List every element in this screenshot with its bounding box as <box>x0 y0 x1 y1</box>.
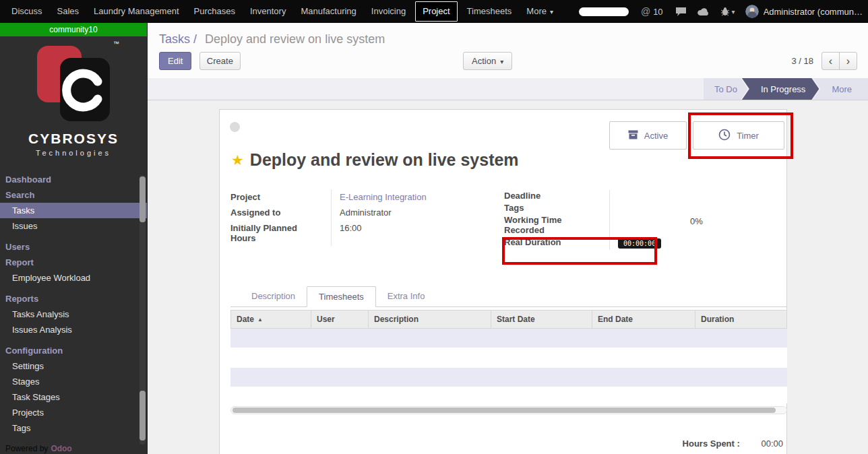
sidebar-scrollbar-thumb[interactable] <box>140 391 146 441</box>
favorite-star-icon[interactable] <box>231 152 244 168</box>
sidebar-item-settings[interactable]: Settings <box>0 358 147 374</box>
sidebar-item-users[interactable]: Users <box>0 239 147 255</box>
table-row[interactable] <box>230 387 787 403</box>
task-image-placeholder[interactable] <box>230 122 240 132</box>
pager-counter: 3 / 18 <box>791 56 813 66</box>
column-description[interactable]: Description <box>369 311 491 328</box>
tab-description[interactable]: Description <box>240 286 307 306</box>
horizontal-scrollbar-track[interactable] <box>230 406 787 414</box>
sidebar-item-issues-analysis[interactable]: Issues Analysis <box>0 322 147 337</box>
action-label: Action <box>472 56 496 66</box>
working-time-recorded-label: Working Time Recorded <box>504 214 609 236</box>
breadcrumb-current: Deploy and review on live system <box>205 32 385 46</box>
notebook-tabs: Description Timesheets Extra Info <box>230 286 787 307</box>
database-banner: community10 <box>0 23 147 36</box>
bug-menu-icon[interactable] <box>720 7 735 16</box>
tab-timesheets[interactable]: Timesheets <box>307 286 376 307</box>
pager-next-button[interactable] <box>839 52 857 70</box>
planned-hours-value: 16:00 <box>331 220 500 246</box>
stage-steps: To Do In Progress More <box>704 78 868 100</box>
sidebar-item-reports[interactable]: Reports <box>0 291 147 306</box>
table-row[interactable] <box>230 368 787 387</box>
pager-previous-button[interactable] <box>822 52 840 70</box>
control-panel: Tasks / Deploy and review on live system… <box>148 23 868 78</box>
form-sheet: Active Timer Deploy and review on live s… <box>219 109 787 454</box>
sidebar-item-dashboard[interactable]: Dashboard <box>0 172 147 187</box>
hours-spent-value: 00:00 <box>761 439 783 449</box>
hours-spent-label: Hours Spent : <box>683 439 740 449</box>
deadline-value <box>609 190 702 202</box>
column-date[interactable]: Date <box>231 311 311 328</box>
sidebar-item-projects[interactable]: Projects <box>0 405 147 420</box>
menu-project[interactable]: Project <box>415 1 457 22</box>
stat-buttons: Active Timer <box>609 121 784 150</box>
assigned-to-value: Administrator <box>331 205 500 220</box>
sidebar-item-search[interactable]: Search <box>0 187 147 203</box>
working-time-progress: 0% <box>690 216 703 226</box>
column-user[interactable]: User <box>311 311 369 328</box>
horizontal-scrollbar-thumb[interactable] <box>232 408 776 413</box>
real-duration-label: Real Duration <box>504 236 609 250</box>
table-row[interactable] <box>230 329 787 348</box>
mention-count: 10 <box>653 7 662 17</box>
sidebar-item-tasks[interactable]: Tasks <box>0 203 147 218</box>
column-start-date[interactable]: Start Date <box>491 311 592 328</box>
sidebar-item-tags[interactable]: Tags <box>0 420 147 436</box>
table-header-row: Date User Description Start Date End Dat… <box>230 310 787 329</box>
column-duration[interactable]: Duration <box>695 311 788 328</box>
project-value-link[interactable]: E-Learning Integration <box>331 189 500 205</box>
powered-by-label: Powered by <box>5 444 48 453</box>
sidebar-item-tasks-analysis[interactable]: Tasks Analysis <box>0 306 147 322</box>
menu-purchases[interactable]: Purchases <box>187 0 243 23</box>
sidebar-item-stages[interactable]: Stages <box>0 374 147 389</box>
menu-laundry-management[interactable]: Laundry Management <box>86 0 186 23</box>
sidebar-item-employee-workload[interactable]: Employee Workload <box>0 270 147 286</box>
powered-by: Powered byOdoo <box>5 444 72 453</box>
user-menu[interactable]: Administrator (commun… <box>764 7 863 17</box>
logo-subtitle: Technologies <box>0 149 147 157</box>
menu-inventory[interactable]: Inventory <box>243 0 293 23</box>
user-avatar[interactable] <box>745 5 759 18</box>
chevron-down-icon <box>732 8 735 15</box>
main-area: Tasks / Deploy and review on live system… <box>148 23 868 454</box>
sidebar-item-report[interactable]: Report <box>0 255 147 270</box>
tab-extra-info[interactable]: Extra Info <box>376 286 437 306</box>
table-row[interactable] <box>230 348 787 368</box>
cloud-icon[interactable] <box>697 7 710 16</box>
form-view-area: Active Timer Deploy and review on live s… <box>148 100 868 454</box>
menu-more[interactable]: More <box>519 0 561 23</box>
odoo-brand-link[interactable]: Odoo <box>51 444 71 453</box>
menu-sales[interactable]: Sales <box>50 0 87 23</box>
menu-invoicing[interactable]: Invoicing <box>364 0 413 23</box>
clock-icon <box>718 129 731 143</box>
cybrosys-logo-icon: ™ <box>36 44 111 123</box>
menu-more-label: More <box>526 6 547 16</box>
sidebar-item-task-stages[interactable]: Task Stages <box>0 389 147 405</box>
active-stat-button[interactable]: Active <box>609 121 687 150</box>
chat-bubble-icon[interactable] <box>675 7 687 17</box>
menu-timesheets[interactable]: Timesheets <box>460 0 520 23</box>
timer-progress-pill <box>579 7 629 16</box>
sidebar-item-issues[interactable]: Issues <box>0 218 147 234</box>
timer-button-label: Timer <box>737 131 759 141</box>
breadcrumb-tasks[interactable]: Tasks / <box>159 32 197 46</box>
edit-button[interactable]: Edit <box>159 52 191 70</box>
stage-in-progress[interactable]: In Progress <box>742 78 819 100</box>
timer-stat-button[interactable]: Timer <box>693 121 784 150</box>
logo-name: CYBROSYS <box>0 131 147 147</box>
mention-counter[interactable]: 10 <box>641 6 663 17</box>
duration-badge: 00:00:00 <box>618 238 661 249</box>
sidebar-scrollbar-thumb[interactable] <box>140 176 146 222</box>
create-button[interactable]: Create <box>199 52 241 70</box>
menu-manufacturing[interactable]: Manufacturing <box>293 0 363 23</box>
action-dropdown-button[interactable]: Action <box>463 52 512 70</box>
stage-to-do[interactable]: To Do <box>704 78 748 100</box>
planned-hours-label: Initially Planned Hours <box>230 220 331 246</box>
stage-more[interactable]: More <box>813 78 868 100</box>
chevron-down-icon <box>500 58 503 65</box>
timesheets-table: Date User Description Start Date End Dat… <box>230 310 787 403</box>
sidebar-item-configuration[interactable]: Configuration <box>0 343 147 358</box>
column-end-date[interactable]: End Date <box>592 311 695 328</box>
menu-discuss[interactable]: Discuss <box>4 0 50 23</box>
deadline-label: Deadline <box>504 190 609 202</box>
